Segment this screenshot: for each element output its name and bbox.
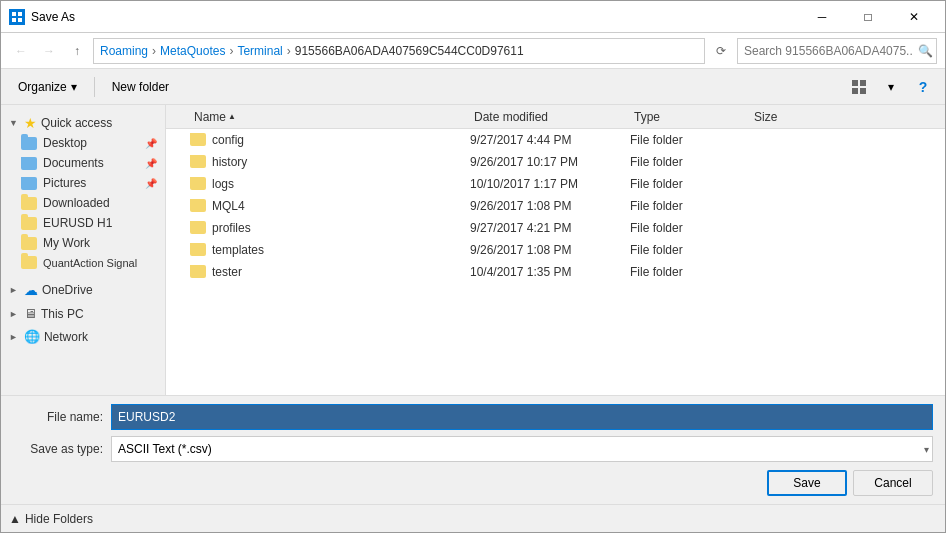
search-input[interactable] [737, 38, 937, 64]
toolbar-right: ▾ ? [845, 73, 937, 101]
window-title: Save As [31, 10, 799, 24]
table-row[interactable]: history 9/26/2017 10:17 PM File folder [166, 151, 945, 173]
filename-input[interactable] [111, 404, 933, 430]
sidebar-item-documents[interactable]: Documents 📌 [1, 153, 165, 173]
cancel-button[interactable]: Cancel [853, 470, 933, 496]
col-header-type[interactable]: Type [630, 105, 750, 128]
table-row[interactable]: MQL4 9/26/2017 1:08 PM File folder [166, 195, 945, 217]
folder-icon [21, 137, 37, 150]
table-row[interactable]: templates 9/26/2017 1:08 PM File folder [166, 239, 945, 261]
quick-access-chevron: ▼ [9, 118, 18, 128]
svg-rect-0 [12, 12, 16, 16]
quick-access-label: Quick access [41, 116, 112, 130]
filename-row: File name: [13, 404, 933, 430]
save-button[interactable]: Save [767, 470, 847, 496]
network-label: Network [44, 330, 88, 344]
folder-icon-quantaction [21, 256, 37, 269]
breadcrumb-item-roaming[interactable]: Roaming [100, 44, 148, 58]
folder-icon-mywork [21, 237, 37, 250]
breadcrumb-item-terminal[interactable]: Terminal [237, 44, 282, 58]
close-button[interactable]: ✕ [891, 1, 937, 33]
up-button[interactable]: ↑ [65, 39, 89, 63]
new-folder-button[interactable]: New folder [103, 73, 178, 101]
file-list-header: Name ▲ Date modified Type Size [166, 105, 945, 129]
search-wrapper: 🔍 [737, 38, 937, 64]
this-pc-label: This PC [41, 307, 84, 321]
network-icon: 🌐 [24, 329, 40, 344]
view-dropdown-button[interactable]: ▾ [877, 73, 905, 101]
table-row[interactable]: logs 10/10/2017 1:17 PM File folder [166, 173, 945, 195]
window-icon [9, 9, 25, 25]
breadcrumb-item-metaquotes[interactable]: MetaQuotes [160, 44, 225, 58]
forward-button[interactable]: → [37, 39, 61, 63]
sidebar-item-desktop[interactable]: Desktop 📌 [1, 133, 165, 153]
quick-access-icon: ★ [24, 115, 37, 131]
file-list: Name ▲ Date modified Type Size config 9/… [166, 105, 945, 395]
svg-rect-5 [860, 80, 866, 86]
filetype-select-wrapper: ASCII Text (*.csv) ▾ [111, 436, 933, 462]
toolbar-separator [94, 77, 95, 97]
help-button[interactable]: ? [909, 73, 937, 101]
svg-rect-4 [852, 80, 858, 86]
maximize-button[interactable]: □ [845, 1, 891, 33]
toolbar: Organize ▾ New folder ▾ ? [1, 69, 945, 105]
svg-rect-6 [852, 88, 858, 94]
folder-icon [190, 133, 206, 146]
sort-arrow-up: ▲ [228, 112, 236, 121]
folder-icon-downloaded [21, 197, 37, 210]
table-row[interactable]: profiles 9/27/2017 4:21 PM File folder [166, 217, 945, 239]
organize-dropdown-icon: ▾ [71, 80, 77, 94]
sidebar-item-quantaction[interactable]: QuantAction Signal [1, 253, 165, 272]
table-row[interactable]: config 9/27/2017 4:44 PM File folder [166, 129, 945, 151]
sidebar-item-pictures[interactable]: Pictures 📌 [1, 173, 165, 193]
hide-folders-label: Hide Folders [25, 512, 93, 526]
folder-icon [190, 177, 206, 190]
organize-button[interactable]: Organize ▾ [9, 73, 86, 101]
view-toggle-button[interactable] [845, 73, 873, 101]
hide-folders-chevron: ▲ [9, 512, 21, 526]
col-header-name[interactable]: Name ▲ [190, 105, 470, 128]
sidebar-item-mywork[interactable]: My Work [1, 233, 165, 253]
svg-rect-7 [860, 88, 866, 94]
this-pc-icon: 🖥 [24, 306, 37, 321]
svg-rect-3 [18, 18, 22, 22]
svg-rect-1 [18, 12, 22, 16]
onedrive-label: OneDrive [42, 283, 93, 297]
filename-label: File name: [13, 410, 103, 424]
refresh-button[interactable]: ⟳ [709, 39, 733, 63]
this-pc-header[interactable]: ► 🖥 This PC [1, 300, 165, 323]
breadcrumb: Roaming › MetaQuotes › Terminal › 915566… [93, 38, 705, 64]
network-header[interactable]: ► 🌐 Network [1, 323, 165, 346]
title-bar: Save As ─ □ ✕ [1, 1, 945, 33]
pin-icon-pics: 📌 [145, 178, 157, 189]
col-header-date[interactable]: Date modified [470, 105, 630, 128]
quick-access-header[interactable]: ▼ ★ Quick access [1, 109, 165, 133]
svg-rect-2 [12, 18, 16, 22]
main-content: ▼ ★ Quick access Desktop 📌 Documents 📌 P… [1, 105, 945, 395]
folder-icon [190, 155, 206, 168]
onedrive-chevron: ► [9, 285, 18, 295]
folder-icon [190, 243, 206, 256]
folder-icon-eurusd [21, 217, 37, 230]
network-chevron: ► [9, 332, 18, 342]
title-bar-buttons: ─ □ ✕ [799, 1, 937, 33]
sidebar-item-eurusd[interactable]: EURUSD H1 [1, 213, 165, 233]
col-header-size[interactable]: Size [750, 105, 830, 128]
minimize-button[interactable]: ─ [799, 1, 845, 33]
table-row[interactable]: tester 10/4/2017 1:35 PM File folder [166, 261, 945, 283]
filetype-row: Save as type: ASCII Text (*.csv) ▾ [13, 436, 933, 462]
sidebar-item-downloaded[interactable]: Downloaded [1, 193, 165, 213]
footer: ▲ Hide Folders [1, 504, 945, 532]
folder-icon [190, 265, 206, 278]
filetype-label: Save as type: [13, 442, 103, 456]
pin-icon: 📌 [145, 138, 157, 149]
onedrive-header[interactable]: ► ☁ OneDrive [1, 276, 165, 300]
back-button[interactable]: ← [9, 39, 33, 63]
bottom-buttons: Save Cancel [13, 468, 933, 496]
onedrive-icon: ☁ [24, 282, 38, 298]
hide-folders-button[interactable]: ▲ Hide Folders [9, 512, 93, 526]
address-bar: ← → ↑ Roaming › MetaQuotes › Terminal › … [1, 33, 945, 69]
pin-icon-docs: 📌 [145, 158, 157, 169]
filetype-select[interactable]: ASCII Text (*.csv) [111, 436, 933, 462]
search-icon: 🔍 [918, 44, 933, 58]
